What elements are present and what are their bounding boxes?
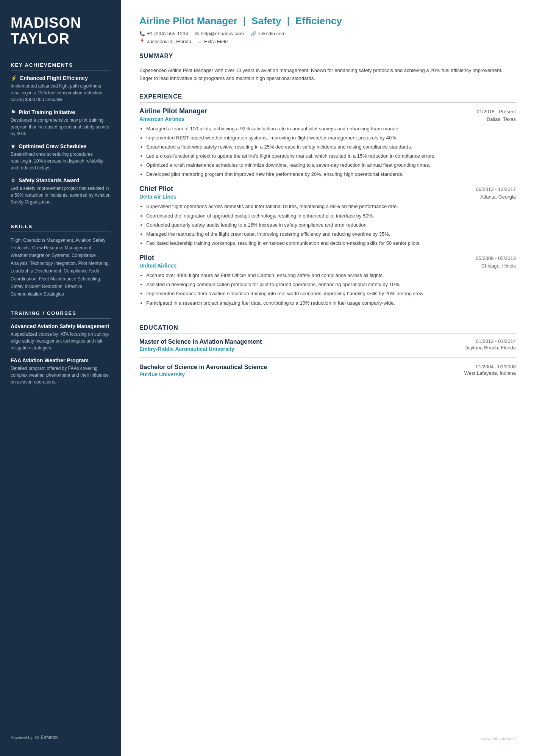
extra-value: Extra Field	[204, 39, 228, 44]
sidebar-footer: Powered by ∞ Enhancv	[11, 726, 111, 741]
title-part2: Safety	[251, 15, 281, 27]
job-3-location: Chicago, Illinois	[481, 263, 516, 269]
achievements-title: KEY ACHIEVEMENTS	[11, 62, 111, 70]
powered-by-label: Powered by	[11, 735, 33, 740]
edu-2-school: Purdue University	[139, 371, 448, 377]
bullet: Supervised flight operations across dome…	[146, 203, 516, 210]
bullet: Spearheaded a fleet-wide safety review, …	[146, 143, 516, 151]
skills-title: SKILLS	[11, 224, 111, 232]
achievement-title-2: ⚑ Pilot Training Initiative	[11, 109, 111, 115]
job-3-title: Pilot	[139, 254, 154, 262]
job-3-company: United Airlines	[139, 263, 176, 269]
edu-2-dates: 01/2004 - 01/2008	[448, 364, 516, 369]
linkedin-value: linkedin.com	[258, 31, 286, 36]
job-1: Airline Pilot Manager 01/2018 - Present …	[139, 107, 516, 178]
job-1-company: American Airlines	[139, 116, 184, 122]
bullet: Assisted in developing communication pro…	[146, 281, 516, 288]
skills-text: Flight Operations Management, Aviation S…	[11, 236, 111, 298]
training-title-1: Advanced Aviation Safety Management	[11, 323, 111, 329]
bullet: Coordinated the integration of upgraded …	[146, 212, 516, 220]
education-section: EDUCATION Master of Science in Aviation …	[139, 324, 516, 389]
education-section-title: EDUCATION	[139, 324, 516, 334]
header-title: Airline Pilot Manager | Safety | Efficie…	[139, 15, 516, 27]
resume-header: Airline Pilot Manager | Safety | Efficie…	[139, 15, 516, 47]
star-filled-icon: ★	[11, 143, 16, 149]
separator-1: |	[243, 15, 249, 27]
job-2: Chief Pilot 06/2013 - 12/2017 Delta Air …	[139, 185, 516, 247]
edu-1-school: Embry-Riddle Aeronautical University	[139, 346, 448, 352]
achievement-item-2: ⚑ Pilot Training Initiative Developed a …	[11, 109, 111, 137]
main-footer: www.enhancv.com	[139, 729, 516, 741]
achievement-desc-3: Streamlined crew scheduling procedures r…	[11, 151, 111, 171]
experience-section-title: EXPERIENCE	[139, 93, 516, 103]
job-3-dates: 05/2008 - 05/2013	[476, 255, 516, 261]
job-3: Pilot 05/2008 - 05/2013 United Airlines …	[139, 254, 516, 307]
edu-1-left: Master of Science in Aviation Management…	[139, 338, 448, 352]
contact-linkedin: 🔗 linkedin.com	[251, 31, 286, 36]
bullet: Implemented feedback from aviation simul…	[146, 290, 516, 297]
contact-row-2: 📍 Jacksonville, Florida ☆ Extra Field	[139, 39, 516, 44]
achievement-item-3: ★ Optimized Crew Schedules Streamlined c…	[11, 143, 111, 171]
experience-section: EXPERIENCE Airline Pilot Manager 01/2018…	[139, 93, 516, 314]
edu-item-2: Bachelor of Science in Aeronautical Scie…	[139, 364, 516, 383]
achievement-desc-1: Implemented advanced flight path algorit…	[11, 83, 111, 103]
job-1-dates: 01/2018 - Present	[477, 109, 516, 114]
enhancv-logo: ∞ Enhancv	[35, 734, 58, 741]
training-section: TRAINING / COURSES Advanced Aviation Saf…	[11, 310, 111, 391]
job-2-title: Chief Pilot	[139, 185, 173, 193]
job-1-title: Airline Pilot Manager	[139, 107, 207, 115]
name-block: MADISON TAYLOR	[11, 15, 111, 47]
job-1-bullets: Managed a team of 100 pilots, achieving …	[139, 125, 516, 178]
candidate-name: MADISON TAYLOR	[11, 15, 111, 47]
job-3-sub: United Airlines Chicago, Illinois	[139, 263, 516, 269]
achievement-item: ⚡ Enhanced Flight Efficiency Implemented…	[11, 75, 111, 103]
bullet: Implemented REST-based weather integrati…	[146, 134, 516, 142]
main-content: Airline Pilot Manager | Safety | Efficie…	[121, 0, 534, 756]
sidebar: MADISON TAYLOR KEY ACHIEVEMENTS ⚡ Enhanc…	[0, 0, 121, 756]
job-2-dates: 06/2013 - 12/2017	[476, 186, 516, 192]
email-icon: ✉	[195, 31, 199, 36]
bullet: Optimized aircraft maintenance schedules…	[146, 161, 516, 169]
logo-text: Enhancv	[41, 735, 59, 740]
edu-2-right: 01/2004 - 01/2008 West Lafayette, Indian…	[448, 364, 516, 376]
achievement-title-4: ☆ Safety Standards Award	[11, 177, 111, 183]
job-2-sub: Delta Air Lines Atlanta, Georgia	[139, 194, 516, 200]
training-item-1: Advanced Aviation Safety Management A sp…	[11, 323, 111, 351]
email-value: help@enhancv.com	[201, 31, 244, 36]
training-title-2: FAA Aviation Weather Program	[11, 357, 111, 363]
contact-extra: ☆ Extra Field	[198, 39, 228, 44]
lightning-icon: ⚡	[11, 75, 17, 81]
edu-1-right: 01/2012 - 01/2014 Daytona Beach, Florida	[448, 338, 516, 351]
contact-location: 📍 Jacksonville, Florida	[139, 39, 191, 44]
job-3-header: Pilot 05/2008 - 05/2013	[139, 254, 516, 262]
job-2-location: Atlanta, Georgia	[480, 194, 516, 200]
edu-2-location: West Lafayette, Indiana	[448, 370, 516, 376]
extra-icon: ☆	[198, 39, 202, 44]
achievement-title-3: ★ Optimized Crew Schedules	[11, 143, 111, 149]
logo-icon: ∞	[35, 734, 39, 741]
edu-1-degree: Master of Science in Aviation Management	[139, 338, 448, 345]
training-desc-1: A specialized course by IATA focusing on…	[11, 331, 111, 351]
bullet: Conducted quarterly safety audits leadin…	[146, 221, 516, 229]
job-3-bullets: Accrued over 4000 flight hours as First …	[139, 272, 516, 307]
edu-item-1: Master of Science in Aviation Management…	[139, 338, 516, 358]
skills-section: SKILLS Flight Operations Management, Avi…	[11, 224, 111, 298]
summary-section-title: SUMMARY	[139, 53, 516, 62]
achievement-desc-2: Developed a comprehensive new pilot trai…	[11, 117, 111, 137]
location-icon: 📍	[139, 39, 145, 44]
contact-email: ✉ help@enhancv.com	[195, 31, 244, 36]
bullet: Developed pilot mentoring program that i…	[146, 171, 516, 178]
contact-phone: 📞 +1-(234)-555-1234	[139, 31, 188, 36]
flag-icon: ⚑	[11, 109, 16, 115]
job-1-header: Airline Pilot Manager 01/2018 - Present	[139, 107, 516, 115]
achievements-section: KEY ACHIEVEMENTS ⚡ Enhanced Flight Effic…	[11, 62, 111, 211]
edu-2-left: Bachelor of Science in Aeronautical Scie…	[139, 364, 448, 377]
summary-text: Experienced Airline Pilot Manager with o…	[139, 67, 516, 83]
title-part3: Efficiency	[295, 15, 342, 27]
bullet: Managed the restructuring of the flight …	[146, 230, 516, 238]
bullet: Accrued over 4000 flight hours as First …	[146, 272, 516, 279]
job-1-sub: American Airlines Dallas, Texas	[139, 116, 516, 122]
training-title: TRAINING / COURSES	[11, 310, 111, 319]
bullet: Led a cross-functional project to update…	[146, 152, 516, 160]
training-item-2: FAA Aviation Weather Program Detailed pr…	[11, 357, 111, 385]
